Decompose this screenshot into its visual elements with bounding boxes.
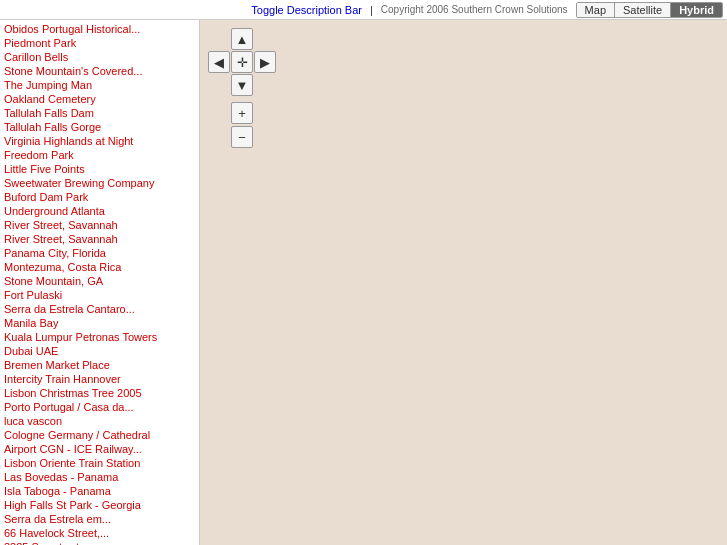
sidebar-list: Obidos Portugal Historical...Piedmont Pa… [0, 20, 199, 545]
sidebar-item-link[interactable]: Virginia Highlands at Night [4, 135, 195, 147]
sidebar-item-link[interactable]: Intercity Train Hannover [4, 373, 195, 385]
zoom-controls: + − [231, 102, 253, 148]
sidebar-item-link[interactable]: Sweetwater Brewing Company [4, 177, 195, 189]
list-item: Dubai UAE [0, 344, 199, 358]
list-item: Porto Portugal / Casa da... [0, 400, 199, 414]
list-item: Stone Mountain's Covered... [0, 64, 199, 78]
nav-placeholder-tl [208, 28, 230, 50]
sidebar-item-link[interactable]: 3325 Sweetwater... [4, 541, 195, 545]
list-item: Obidos Portugal Historical... [0, 22, 199, 36]
list-item: Piedmont Park [0, 36, 199, 50]
sidebar-item-link[interactable]: Piedmont Park [4, 37, 195, 49]
list-item: Virginia Highlands at Night [0, 134, 199, 148]
sidebar-item-link[interactable]: Manila Bay [4, 317, 195, 329]
sidebar-item-link[interactable]: Fort Pulaski [4, 289, 195, 301]
list-item: Cologne Germany / Cathedral [0, 428, 199, 442]
list-item: Intercity Train Hannover [0, 372, 199, 386]
nav-placeholder-br [254, 74, 276, 96]
sidebar-item-link[interactable]: Serra da Estrela em... [4, 513, 195, 525]
sidebar-item-link[interactable]: High Falls St Park - Georgia [4, 499, 195, 511]
sidebar-item-link[interactable]: River Street, Savannah [4, 219, 195, 231]
sidebar-item-link[interactable]: Stone Mountain, GA [4, 275, 195, 287]
sidebar-item-link[interactable]: Las Bovedas - Panama [4, 471, 195, 483]
list-item: Serra da Estrela em... [0, 512, 199, 526]
sidebar-item-link[interactable]: Airport CGN - ICE Railway... [4, 443, 195, 455]
sidebar-item-link[interactable]: Panama City, Florida [4, 247, 195, 259]
sidebar-item-link[interactable]: Tallulah Falls Gorge [4, 121, 195, 133]
map-button[interactable]: Map [577, 3, 615, 17]
list-item: Lisbon Oriente Train Station [0, 456, 199, 470]
sidebar-item-link[interactable]: Serra da Estrela Cantaro... [4, 303, 195, 315]
sidebar-item-link[interactable]: Obidos Portugal Historical... [4, 23, 195, 35]
sidebar-item-link[interactable]: Stone Mountain's Covered... [4, 65, 195, 77]
sidebar-item-link[interactable]: 66 Havelock Street,... [4, 527, 195, 539]
sidebar-item-link[interactable]: Porto Portugal / Casa da... [4, 401, 195, 413]
list-item: 3325 Sweetwater... [0, 540, 199, 545]
list-item: Tallulah Falls Dam [0, 106, 199, 120]
list-item: Lisbon Christmas Tree 2005 [0, 386, 199, 400]
sidebar-item-link[interactable]: Kuala Lumpur Petronas Towers [4, 331, 195, 343]
list-item: River Street, Savannah [0, 232, 199, 246]
list-item: The Jumping Man [0, 78, 199, 92]
sidebar-item-link[interactable]: Bremen Market Place [4, 359, 195, 371]
sidebar-item-link[interactable]: Freedom Park [4, 149, 195, 161]
list-item: Bremen Market Place [0, 358, 199, 372]
sidebar-item-link[interactable]: Isla Taboga - Panama [4, 485, 195, 497]
top-bar: Toggle Description Bar | Copyright 2006 … [0, 0, 727, 20]
nav-down-button[interactable]: ▼ [231, 74, 253, 96]
sidebar[interactable]: Obidos Portugal Historical...Piedmont Pa… [0, 20, 200, 545]
list-item: Airport CGN - ICE Railway... [0, 442, 199, 456]
list-item: Panama City, Florida [0, 246, 199, 260]
sidebar-item-link[interactable]: Oakland Cemetery [4, 93, 195, 105]
map-type-buttons: Map Satellite Hybrid [576, 2, 723, 18]
hybrid-button[interactable]: Hybrid [671, 3, 722, 17]
toggle-description-bar-link[interactable]: Toggle Description Bar [251, 4, 362, 16]
nav-placeholder-bl [208, 74, 230, 96]
sidebar-item-link[interactable]: Underground Atlanta [4, 205, 195, 217]
separator: | [370, 4, 373, 16]
list-item: Montezuma, Costa Rica [0, 260, 199, 274]
sidebar-item-link[interactable]: Carillon Bells [4, 51, 195, 63]
nav-right-button[interactable]: ▶ [254, 51, 276, 73]
list-item: luca vascon [0, 414, 199, 428]
sidebar-item-link[interactable]: Lisbon Oriente Train Station [4, 457, 195, 469]
zoom-out-button[interactable]: − [231, 126, 253, 148]
list-item: Isla Taboga - Panama [0, 484, 199, 498]
list-item: Manila Bay [0, 316, 199, 330]
list-item: Tallulah Falls Gorge [0, 120, 199, 134]
list-item: Oakland Cemetery [0, 92, 199, 106]
sidebar-item-link[interactable]: River Street, Savannah [4, 233, 195, 245]
sidebar-item-link[interactable]: Buford Dam Park [4, 191, 195, 203]
sidebar-item-link[interactable]: Montezuma, Costa Rica [4, 261, 195, 273]
list-item: Fort Pulaski [0, 288, 199, 302]
list-item: Buford Dam Park [0, 190, 199, 204]
list-item: Stone Mountain, GA [0, 274, 199, 288]
sidebar-item-link[interactable]: luca vascon [4, 415, 195, 427]
sidebar-item-link[interactable]: The Jumping Man [4, 79, 195, 91]
map-controls: ▲ ◀ ✛ ▶ ▼ + − [208, 28, 276, 148]
list-item: River Street, Savannah [0, 218, 199, 232]
list-item: Kuala Lumpur Petronas Towers [0, 330, 199, 344]
nav-placeholder-tr [254, 28, 276, 50]
list-item: 66 Havelock Street,... [0, 526, 199, 540]
map-content [200, 20, 727, 545]
list-item: Little Five Points [0, 162, 199, 176]
list-item: Las Bovedas - Panama [0, 470, 199, 484]
list-item: Freedom Park [0, 148, 199, 162]
nav-center-button[interactable]: ✛ [231, 51, 253, 73]
sidebar-item-link[interactable]: Little Five Points [4, 163, 195, 175]
satellite-button[interactable]: Satellite [615, 3, 671, 17]
nav-left-button[interactable]: ◀ [208, 51, 230, 73]
nav-up-button[interactable]: ▲ [231, 28, 253, 50]
map-area[interactable]: ▲ ◀ ✛ ▶ ▼ + − [200, 20, 727, 545]
list-item: High Falls St Park - Georgia [0, 498, 199, 512]
copyright-text: Copyright 2006 Southern Crown Solutions [381, 4, 568, 15]
sidebar-item-link[interactable]: Cologne Germany / Cathedral [4, 429, 195, 441]
main-area: Obidos Portugal Historical...Piedmont Pa… [0, 20, 727, 545]
list-item: Serra da Estrela Cantaro... [0, 302, 199, 316]
list-item: Underground Atlanta [0, 204, 199, 218]
zoom-in-button[interactable]: + [231, 102, 253, 124]
sidebar-item-link[interactable]: Dubai UAE [4, 345, 195, 357]
sidebar-item-link[interactable]: Lisbon Christmas Tree 2005 [4, 387, 195, 399]
sidebar-item-link[interactable]: Tallulah Falls Dam [4, 107, 195, 119]
